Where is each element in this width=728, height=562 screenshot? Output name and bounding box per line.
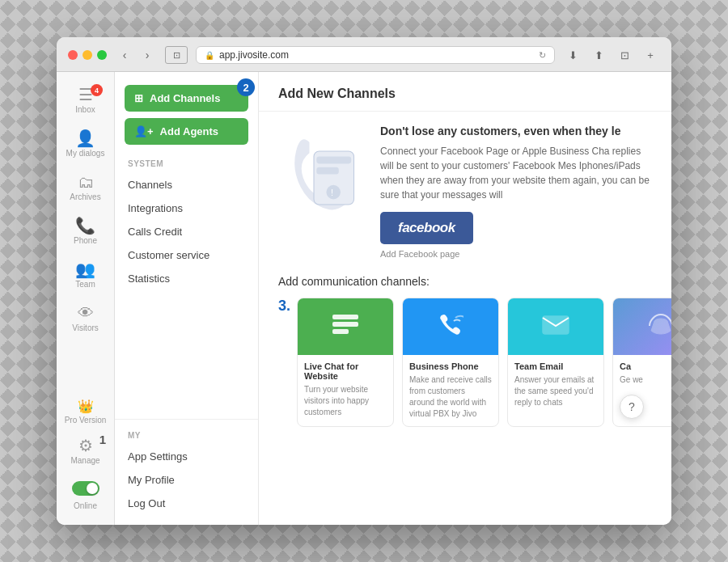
- maximize-button[interactable]: [97, 50, 107, 60]
- icon-sidebar: 4 ☰ Inbox 👤 My dialogs 🗂 Archives 📞 Phon…: [57, 72, 115, 525]
- ca-icon-area: [613, 298, 671, 355]
- content-body: ! Don't lose any customers, even when th…: [259, 112, 671, 525]
- business-phone-title: Business Phone: [409, 361, 492, 371]
- sidebar-item-manage[interactable]: 1 ⚙ Manage: [57, 431, 114, 471]
- facebook-button[interactable]: facebook: [380, 212, 473, 244]
- manage-label: Manage: [70, 456, 99, 465]
- business-phone-desc: Make and receive calls from customers ar…: [409, 374, 492, 420]
- team-email-title: Team Email: [514, 361, 597, 371]
- add-channels-icon: ⊞: [134, 92, 143, 104]
- ca-desc: Ge we: [620, 374, 671, 386]
- channels-title: Add communication channels:: [278, 275, 652, 288]
- promo-heading: Don't lose any customers, even when they…: [380, 125, 652, 137]
- channel-cards: Live Chat for Website Turn your website …: [297, 298, 671, 427]
- online-label: Online: [74, 501, 97, 510]
- pro-icon: 👑: [78, 400, 94, 413]
- sidebar-item-phone[interactable]: 📞 Phone: [57, 211, 114, 251]
- main-sidebar: ⊞ Add Channels 2 👤+ Add Agents SYSTEM Ch…: [115, 72, 259, 525]
- svg-rect-6: [332, 322, 358, 327]
- inbox-badge: 4: [91, 84, 103, 96]
- page-title: Add New Channels: [278, 87, 652, 101]
- channel-card-live-chat[interactable]: Live Chat for Website Turn your website …: [297, 298, 394, 427]
- promo-description: Connect your Facebook Page or Apple Busi…: [380, 144, 652, 202]
- channel-card-business-phone[interactable]: Business Phone Make and receive calls fr…: [402, 298, 499, 427]
- add-agents-button[interactable]: 👤+ Add Agents: [125, 118, 248, 145]
- add-channels-button[interactable]: ⊞ Add Channels 2: [125, 85, 248, 112]
- sidebar-item-statistics[interactable]: Statistics: [115, 267, 258, 290]
- live-chat-desc: Turn your website visitors into happy cu…: [304, 384, 387, 418]
- ca-icon: [648, 311, 671, 343]
- nav-arrows: ‹ ›: [115, 45, 157, 65]
- sidebar-item-my-profile[interactable]: My Profile: [115, 468, 258, 492]
- help-button[interactable]: ?: [620, 395, 644, 419]
- team-label: Team: [75, 280, 95, 289]
- business-phone-info: Business Phone Make and receive calls fr…: [403, 355, 498, 426]
- live-chat-title: Live Chat for Website: [304, 361, 387, 381]
- my-section-label: MY: [115, 420, 258, 445]
- svg-text:!: !: [331, 188, 333, 197]
- online-toggle[interactable]: [72, 481, 99, 496]
- ca-info: Ca Ge we: [613, 355, 671, 392]
- main-content: Add New Channels !: [259, 72, 671, 525]
- forward-button[interactable]: ›: [138, 45, 157, 65]
- team-email-icon: [541, 313, 570, 341]
- channel-card-team-email[interactable]: Team Email Answer your emails at the sam…: [507, 298, 604, 427]
- sidebar-item-pro[interactable]: 👑 Pro Version: [57, 394, 114, 431]
- archives-icon: 🗂: [78, 174, 94, 190]
- live-chat-info: Live Chat for Website Turn your website …: [298, 355, 393, 425]
- svg-rect-1: [316, 157, 351, 164]
- sidebar-item-app-settings[interactable]: App Settings: [115, 445, 258, 468]
- svg-rect-2: [316, 167, 339, 175]
- back-button[interactable]: ‹: [115, 45, 134, 65]
- duplicate-button[interactable]: ⊡: [615, 45, 634, 65]
- my-section: MY App Settings My Profile Log Out: [115, 419, 258, 515]
- browser-actions: ⬇ ⬆ ⊡ +: [563, 45, 660, 65]
- close-button[interactable]: [68, 50, 78, 60]
- new-tab-button[interactable]: +: [641, 45, 660, 65]
- team-email-icon-area: [508, 298, 603, 355]
- sidebar-item-online[interactable]: Online: [57, 471, 114, 517]
- inbox-label: Inbox: [75, 105, 95, 114]
- ca-title: Ca: [620, 361, 671, 371]
- system-section-label: SYSTEM: [115, 148, 258, 173]
- promo-text: Don't lose any customers, even when they…: [380, 125, 652, 259]
- sidebar-item-log-out[interactable]: Log Out: [115, 492, 258, 515]
- live-chat-icon: [331, 313, 360, 341]
- bottom-section: 👑 Pro Version 1 ⚙ Manage Online: [57, 394, 114, 517]
- content-header: Add New Channels: [259, 72, 671, 112]
- channel-cards-wrapper: 3.: [278, 298, 652, 427]
- sidebar-item-archives[interactable]: 🗂 Archives: [57, 167, 114, 208]
- tab-view-button[interactable]: ⊡: [165, 46, 188, 64]
- team-email-desc: Answer your emails at the same speed you…: [514, 374, 597, 408]
- sidebar-item-calls-credit[interactable]: Calls Credit: [115, 220, 258, 243]
- sidebar-item-my-dialogs[interactable]: 👤 My dialogs: [57, 124, 114, 164]
- svg-rect-7: [332, 329, 349, 334]
- add-agents-label: Add Agents: [160, 125, 218, 137]
- pro-label: Pro Version: [65, 416, 107, 425]
- minimize-button[interactable]: [83, 50, 92, 60]
- business-phone-icon-area: [403, 298, 498, 355]
- team-icon: 👥: [75, 261, 95, 277]
- promo-svg: !: [278, 125, 367, 231]
- visitors-label: Visitors: [72, 323, 99, 332]
- lock-icon: 🔒: [205, 51, 214, 60]
- live-chat-icon-area: [298, 298, 393, 355]
- phone-label: Phone: [74, 236, 97, 245]
- sidebar-item-visitors[interactable]: 👁 Visitors: [57, 298, 114, 339]
- manage-icon: ⚙: [78, 437, 93, 454]
- traffic-lights: [68, 50, 107, 60]
- reload-button[interactable]: ↻: [539, 50, 546, 61]
- sidebar-item-customer-service[interactable]: Customer service: [115, 243, 258, 267]
- visitors-icon: 👁: [78, 305, 94, 321]
- sidebar-item-channels[interactable]: Channels: [115, 173, 258, 196]
- phone-icon: 📞: [75, 218, 95, 234]
- sidebar-item-inbox[interactable]: 4 ☰ Inbox: [57, 80, 114, 120]
- add-channels-label: Add Channels: [150, 92, 220, 104]
- sidebar-item-integrations[interactable]: Integrations: [115, 196, 258, 220]
- sidebar-item-team[interactable]: 👥 Team: [57, 255, 114, 295]
- add-facebook-link[interactable]: Add Facebook page: [380, 249, 652, 259]
- browser-content: 4 ☰ Inbox 👤 My dialogs 🗂 Archives 📞 Phon…: [57, 72, 671, 525]
- share-button[interactable]: ⬆: [589, 45, 608, 65]
- address-bar[interactable]: 🔒 app.jivosite.com ↻: [196, 46, 555, 64]
- download-button[interactable]: ⬇: [563, 45, 582, 65]
